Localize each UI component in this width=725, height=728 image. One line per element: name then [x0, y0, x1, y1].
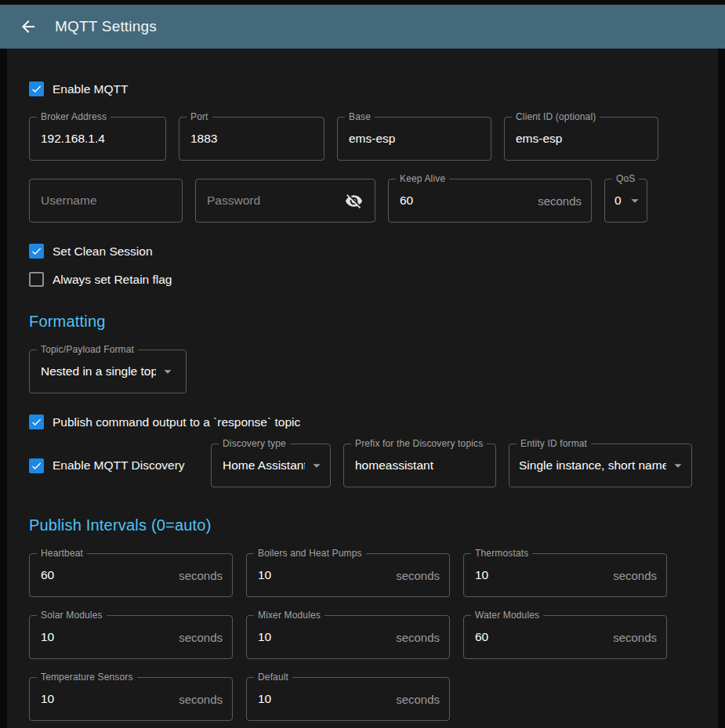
retain-flag-row[interactable]: Always set Retain flag — [29, 272, 696, 287]
interval-suffix: seconds — [613, 631, 657, 644]
check-icon — [31, 415, 42, 429]
qos-label: QoS — [612, 173, 639, 185]
discovery-type-label: Discovery type — [219, 438, 290, 450]
interval-value: 10 — [258, 568, 390, 582]
thermostats-interval-field[interactable]: Thermostats 10 seconds — [463, 553, 667, 597]
interval-label: Heartbeat — [37, 548, 87, 560]
visibility-off-icon — [345, 192, 363, 210]
chevron-down-icon — [626, 192, 643, 209]
retain-flag-checkbox[interactable] — [29, 272, 44, 287]
publish-response-checkbox[interactable] — [29, 415, 44, 429]
check-icon — [31, 244, 42, 258]
qos-value: 0 — [614, 194, 623, 208]
formatting-heading: Formatting — [29, 313, 696, 331]
water-modules-interval-field[interactable]: Water Modules 60 seconds — [463, 615, 667, 659]
interval-label: Thermostats — [471, 548, 532, 560]
enable-mqtt-row[interactable]: Enable MQTT — [29, 81, 696, 96]
password-field[interactable]: Password — [195, 179, 375, 223]
password-placeholder: Password — [207, 194, 342, 208]
interval-value: 60 — [41, 568, 172, 582]
broker-address-field[interactable]: Broker Address 192.168.1.4 — [29, 117, 166, 161]
boilers-interval-field[interactable]: Boilers and Heat Pumps 10 seconds — [246, 553, 450, 597]
interval-suffix: seconds — [396, 569, 440, 582]
publish-response-row[interactable]: Publish command output to a `response` t… — [29, 415, 696, 429]
qos-select[interactable]: QoS 0 — [604, 179, 647, 223]
interval-label: Temperature Sensors — [37, 672, 137, 683]
keep-alive-suffix: seconds — [538, 194, 582, 208]
check-icon — [31, 82, 42, 96]
broker-address-value: 192.168.1.4 — [41, 132, 156, 146]
publish-response-label: Publish command output to a `response` t… — [53, 415, 300, 429]
topic-format-label: Topic/Payload Format — [37, 344, 138, 356]
keep-alive-field[interactable]: Keep Alive 60 seconds — [388, 179, 592, 223]
interval-label: Default — [254, 672, 292, 683]
discovery-prefix-label: Prefix for the Discovery topics — [351, 438, 487, 450]
discovery-checkbox-wrap: Enable MQTT Discovery — [29, 458, 198, 473]
topic-payload-format-select[interactable]: Topic/Payload Format Nested in a single … — [29, 350, 187, 393]
client-id-label: Client ID (optional) — [512, 111, 600, 123]
interval-suffix: seconds — [179, 693, 223, 706]
broker-address-label: Broker Address — [37, 111, 111, 123]
enable-mqtt-label: Enable MQTT — [53, 82, 128, 96]
entity-id-format-select[interactable]: Entity ID format Single instance, short … — [509, 444, 692, 487]
enable-discovery-checkbox[interactable] — [29, 458, 44, 473]
intervals-grid: Heartbeat 60 seconds Boilers and Heat Pu… — [29, 553, 696, 721]
interval-value: 10 — [41, 630, 172, 644]
interval-label: Solar Modules — [37, 610, 107, 621]
interval-suffix: seconds — [613, 569, 657, 582]
interval-suffix: seconds — [179, 631, 223, 644]
base-field[interactable]: Base ems-esp — [337, 117, 491, 161]
client-id-field[interactable]: Client ID (optional) ems-esp — [504, 117, 658, 161]
keep-alive-label: Keep Alive — [396, 173, 449, 185]
port-value: 1883 — [190, 132, 314, 146]
interval-label: Mixer Modules — [254, 610, 324, 621]
enable-mqtt-checkbox[interactable] — [29, 81, 44, 96]
interval-value: 60 — [475, 630, 607, 644]
chevron-down-icon — [669, 457, 687, 474]
back-button[interactable] — [11, 9, 45, 44]
interval-value: 10 — [475, 568, 607, 582]
client-id-value: ems-esp — [516, 132, 648, 146]
username-placeholder: Username — [41, 194, 172, 208]
heartbeat-interval-field[interactable]: Heartbeat 60 seconds — [29, 553, 233, 597]
base-value: ems-esp — [349, 132, 481, 146]
broker-fields-row: Broker Address 192.168.1.4 Port 1883 Bas… — [29, 117, 696, 161]
app-bar: MQTT Settings — [0, 5, 725, 49]
publish-intervals-heading: Publish Intervals (0=auto) — [29, 516, 696, 534]
base-label: Base — [345, 111, 375, 123]
interval-suffix: seconds — [396, 693, 440, 706]
enable-discovery-label: Enable MQTT Discovery — [53, 458, 185, 473]
keep-alive-value: 60 — [400, 194, 531, 208]
discovery-type-value: Home Assistant — [223, 458, 305, 473]
topic-format-row: Topic/Payload Format Nested in a single … — [29, 350, 696, 393]
interval-suffix: seconds — [179, 569, 223, 582]
interval-value: 10 — [41, 692, 172, 706]
port-label: Port — [187, 111, 212, 123]
temperature-sensors-interval-field[interactable]: Temperature Sensors 10 seconds — [29, 677, 233, 721]
discovery-type-select[interactable]: Discovery type Home Assistant — [211, 444, 331, 487]
toggle-password-visibility-button[interactable] — [342, 189, 365, 212]
page-title: MQTT Settings — [55, 18, 157, 35]
clean-session-row[interactable]: Set Clean Session — [29, 244, 696, 259]
auth-fields-row: Username Password Keep Alive 60 seconds … — [29, 179, 696, 223]
mixer-modules-interval-field[interactable]: Mixer Modules 10 seconds — [246, 615, 450, 659]
discovery-prefix-field[interactable]: Prefix for the Discovery topics homeassi… — [343, 444, 496, 487]
clean-session-checkbox[interactable] — [29, 244, 44, 259]
interval-label: Boilers and Heat Pumps — [254, 548, 366, 560]
entity-id-format-label: Entity ID format — [517, 438, 591, 450]
topic-format-value: Nested in a single topic — [41, 364, 156, 378]
mqtt-settings-form: Enable MQTT Broker Address 192.168.1.4 P… — [7, 49, 718, 728]
port-field[interactable]: Port 1883 — [179, 117, 324, 161]
enable-discovery-row[interactable]: Enable MQTT Discovery — [29, 458, 198, 473]
chevron-down-icon — [159, 363, 176, 380]
discovery-prefix-value: homeassistant — [355, 458, 486, 473]
interval-value: 10 — [258, 692, 390, 706]
discovery-row: Enable MQTT Discovery Discovery type Hom… — [29, 444, 696, 487]
username-field[interactable]: Username — [29, 179, 183, 223]
clean-session-label: Set Clean Session — [53, 244, 153, 259]
default-interval-field[interactable]: Default 10 seconds — [246, 677, 450, 721]
chevron-down-icon — [308, 457, 325, 474]
solar-modules-interval-field[interactable]: Solar Modules 10 seconds — [29, 615, 233, 659]
retain-flag-label: Always set Retain flag — [53, 273, 172, 287]
entity-id-format-value: Single instance, short name — [519, 458, 666, 473]
